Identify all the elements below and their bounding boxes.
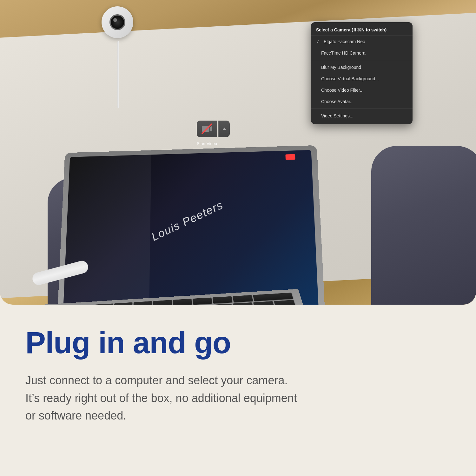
start-video-icon-button[interactable]	[197, 121, 217, 137]
webcam	[102, 6, 140, 44]
headline: Plug in and go	[25, 327, 451, 359]
text-section: Plug in and go Just connect to a compute…	[0, 305, 476, 444]
menu-item-blur[interactable]: Blur My Background	[311, 62, 413, 73]
menu-item-label: Choose Virtual Background...	[321, 76, 379, 81]
menu-item-label: Choose Avatar...	[321, 99, 354, 104]
laptop-keyboard-area	[67, 152, 314, 305]
webcam-body	[102, 6, 133, 38]
menu-item-label: Blur My Background	[321, 65, 361, 70]
video-chevron-button[interactable]	[218, 121, 230, 137]
menu-item-virtual-bg[interactable]: Choose Virtual Background...	[311, 73, 413, 84]
subtext-line2: It’s ready right out of the box, no addi…	[25, 392, 297, 405]
person-sleeve-right	[371, 146, 476, 305]
menu-header: Select a Camera (⇧⌘N to switch)	[311, 25, 413, 36]
menu-item-video-settings[interactable]: Video Settings...	[311, 110, 413, 122]
subtext: Just connect to a computer and select yo…	[25, 372, 406, 425]
subtext-line3: or software needed.	[25, 409, 126, 422]
camera-dropdown-menu: Select a Camera (⇧⌘N to switch) Elgato F…	[311, 22, 413, 124]
video-camera-icon	[201, 123, 213, 135]
hero-image-section: Louis Peeters	[0, 0, 476, 305]
laptop-body: Louis Peeters	[57, 145, 325, 305]
svg-marker-1	[210, 126, 212, 132]
menu-item-elgato[interactable]: Elgato Facecam Neo	[311, 36, 413, 47]
menu-item-facetime[interactable]: FaceTime HD Camera	[311, 47, 413, 59]
start-video-button-group[interactable]: Start Video	[197, 121, 230, 137]
start-video-label: Start Video	[197, 141, 228, 146]
menu-divider-2	[311, 109, 413, 109]
webcam-lens	[109, 14, 125, 30]
menu-item-label: FaceTime HD Camera	[321, 50, 366, 56]
menu-item-label: Choose Video Filter...	[321, 88, 364, 93]
menu-item-label: Elgato Facecam Neo	[324, 39, 365, 44]
subtext-line1: Just connect to a computer and select yo…	[25, 374, 288, 387]
menu-item-label: Video Settings...	[321, 113, 354, 118]
menu-item-avatar[interactable]: Choose Avatar...	[311, 96, 413, 107]
webcam-cable	[117, 41, 119, 108]
menu-item-video-filter[interactable]: Choose Video Filter...	[311, 84, 413, 96]
menu-divider-1	[311, 60, 413, 60]
chevron-up-icon	[222, 128, 226, 130]
